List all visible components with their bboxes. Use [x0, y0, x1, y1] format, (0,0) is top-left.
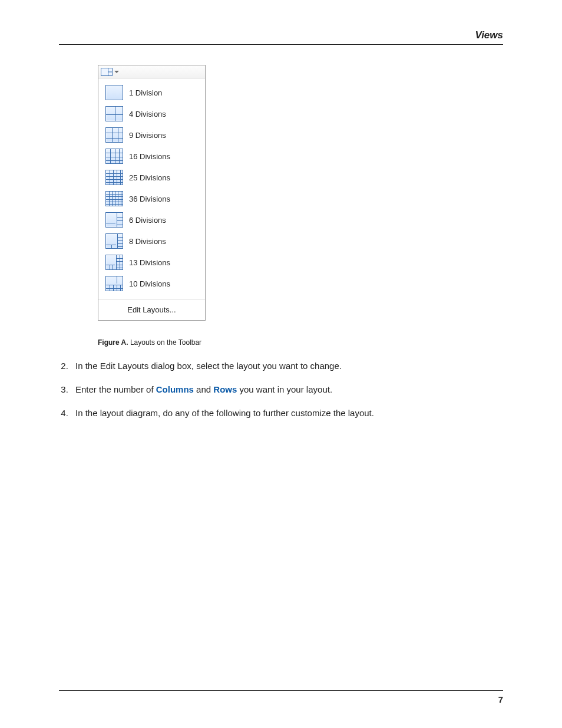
layout-option-label: 9 Divisions: [129, 131, 166, 140]
layouts-dropdown-toolbar-button[interactable]: [98, 65, 205, 78]
layout-option-label: 13 Divisions: [129, 258, 170, 267]
layout-option-label: 10 Divisions: [129, 279, 170, 288]
layout-option-label: 1 Division: [129, 88, 162, 97]
instruction-step: In the layout diagram, do any of the fol…: [71, 407, 503, 420]
layout-option-label: 16 Divisions: [129, 152, 170, 161]
keyword-columns: Columns: [156, 384, 194, 394]
layout-option-label: 25 Divisions: [129, 173, 170, 182]
layout-option[interactable]: 16 Divisions: [98, 146, 205, 167]
layout-grid-icon: [105, 127, 123, 143]
keyword-rows: Rows: [213, 384, 237, 394]
layout-option-label: 6 Divisions: [129, 216, 166, 225]
layout-option-label: 36 Divisions: [129, 195, 170, 203]
layout-grid-icon: [105, 276, 123, 291]
layout-grid-icon: [105, 212, 123, 228]
instruction-steps: In the Edit Layouts dialog box, select t…: [71, 360, 503, 430]
page-header: Views: [59, 29, 503, 45]
instruction-step: In the Edit Layouts dialog box, select t…: [71, 360, 503, 373]
layout-grid-icon: [105, 255, 123, 270]
step-text: Enter the number of: [75, 384, 156, 394]
chevron-down-icon: [114, 70, 119, 74]
layout-grid-icon: [105, 85, 123, 100]
layout-option[interactable]: 10 Divisions: [98, 273, 205, 294]
figure-label: Figure A.: [98, 338, 128, 347]
layout-grid-icon: [105, 191, 123, 206]
layout-grid-icon: [105, 170, 123, 185]
page-footer: 7: [59, 690, 503, 704]
instruction-step: Enter the number of Columns and Rows you…: [71, 383, 503, 396]
step-text: In the Edit Layouts dialog box, select t…: [75, 361, 342, 371]
step-text: In the layout diagram, do any of the fol…: [75, 408, 374, 418]
page-number: 7: [498, 694, 503, 704]
step-text: and: [194, 384, 213, 394]
layout-option[interactable]: 6 Divisions: [98, 209, 205, 230]
layout-toolbar-icon: [101, 68, 113, 76]
figure-caption-text: Layouts on the Toolbar: [130, 338, 201, 347]
layout-option-label: 4 Divisions: [129, 110, 166, 118]
layout-option[interactable]: 9 Divisions: [98, 124, 205, 146]
figure-layouts-dropdown: 1 Division4 Divisions9 Divisions16 Divis…: [98, 65, 503, 321]
figure-caption: Figure A. Layouts on the Toolbar: [98, 338, 503, 347]
dropdown-separator: [98, 299, 205, 299]
section-title: Views: [475, 29, 503, 41]
layout-option[interactable]: 13 Divisions: [98, 252, 205, 273]
layout-grid-icon: [105, 106, 123, 121]
edit-layouts-label: Edit Layouts...: [127, 305, 176, 314]
layouts-dropdown-list: 1 Division4 Divisions9 Divisions16 Divis…: [98, 78, 205, 298]
layout-grid-icon: [105, 233, 123, 249]
edit-layouts-menu-item[interactable]: Edit Layouts...: [98, 301, 205, 320]
layout-grid-icon: [105, 149, 123, 164]
svg-marker-3: [114, 71, 119, 73]
layout-option-label: 8 Divisions: [129, 237, 166, 246]
step-text: you want in your layout.: [237, 384, 332, 394]
layout-option[interactable]: 25 Divisions: [98, 167, 205, 188]
layout-option[interactable]: 1 Division: [98, 82, 205, 103]
layout-option[interactable]: 36 Divisions: [98, 188, 205, 209]
layouts-dropdown: 1 Division4 Divisions9 Divisions16 Divis…: [98, 65, 206, 321]
layout-option[interactable]: 4 Divisions: [98, 103, 205, 124]
layout-option[interactable]: 8 Divisions: [98, 230, 205, 252]
